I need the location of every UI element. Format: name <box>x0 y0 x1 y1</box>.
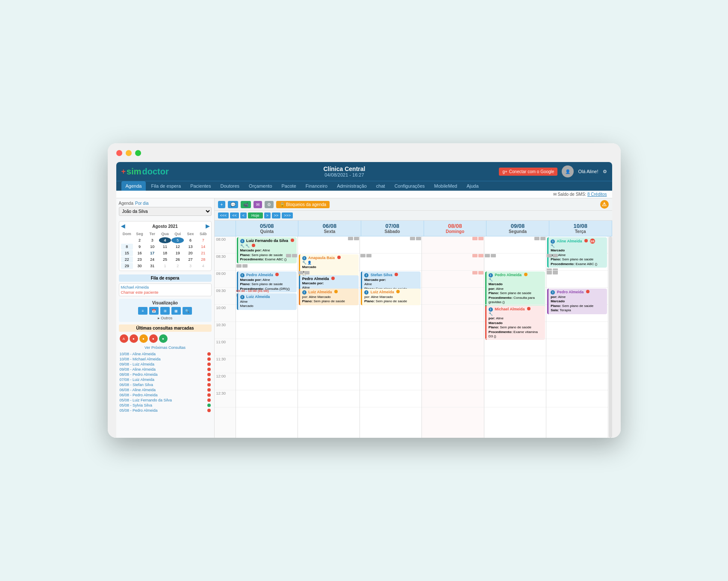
list-item[interactable]: 06/08 - Stefan Silva <box>119 382 212 387</box>
list-item[interactable]: 08/08 - Pedro Almeida <box>119 372 212 377</box>
google-connect-button[interactable]: g+ Conectar com o Google <box>499 168 557 176</box>
nav-item-doutores[interactable]: Doutores <box>216 181 244 191</box>
list-item[interactable]: 06/08 - Aline Almeida <box>119 387 212 392</box>
cal-day[interactable]: 3 <box>184 263 197 269</box>
cal-next[interactable]: ▶ <box>206 223 209 229</box>
doctor-select[interactable]: João da Silva <box>119 207 212 216</box>
espera-call-action[interactable]: Chamar este paciente <box>121 290 209 295</box>
chat-toolbar-btn[interactable]: 💬 <box>228 201 238 208</box>
ver-proximas-link[interactable]: Ver Próximas Consultas <box>119 345 212 350</box>
nav-item-orcamento[interactable]: Orçamento <box>245 181 276 191</box>
cal-day[interactable]: 29 <box>121 263 133 269</box>
list-item[interactable]: 09/08 - Luiz Almeida <box>119 362 212 367</box>
cal-day[interactable]: 31 <box>146 263 159 269</box>
nav-far-fwd[interactable]: >>> <box>282 212 293 218</box>
vis-search-icon[interactable]: 🔍 <box>183 307 192 315</box>
cal-day[interactable]: 25 <box>159 257 171 262</box>
cal-day-selected[interactable]: 5 <box>171 237 184 243</box>
dot-red[interactable] <box>116 150 122 156</box>
list-item[interactable]: 05/08 - Sylvia Silva <box>119 403 212 408</box>
cal-day[interactable]: 18 <box>159 250 171 256</box>
cal-day[interactable]: 30 <box>133 263 146 269</box>
cal-day[interactable]: 13 <box>184 244 197 250</box>
status-dot <box>207 373 211 376</box>
appointment-card[interactable]: i Luiz Almeida por: Aline Marcado Plano:… <box>299 289 359 305</box>
appointment-card[interactable]: i Luiz Almeida por: Aline Marcado Plano:… <box>361 289 421 305</box>
dot-yellow[interactable] <box>126 150 132 156</box>
vis-table-icon[interactable]: ▦ <box>171 307 181 315</box>
cal-day[interactable]: 20 <box>184 250 197 256</box>
cal-day[interactable]: 14 <box>197 244 209 250</box>
cal-day[interactable]: 4 <box>197 263 209 269</box>
vis-list-icon[interactable]: ≡ <box>138 307 147 315</box>
day-col-mon: i Pedro Almeida 🔧 Marcado por: A <box>484 236 546 438</box>
settings-toolbar-btn[interactable]: ⚙ <box>265 201 274 208</box>
nav-fwd-week[interactable]: >> <box>272 212 281 218</box>
cal-day[interactable]: 2 <box>133 237 146 243</box>
cal-day[interactable]: 27 <box>184 257 197 262</box>
list-item[interactable]: 10/08 - Aline Almeida <box>119 351 212 357</box>
nav-far-back[interactable]: <<< <box>218 212 229 218</box>
cal-day[interactable]: 23 <box>133 257 146 262</box>
nav-item-financeiro[interactable]: Financeiro <box>301 181 332 191</box>
scrollbar[interactable] <box>609 236 612 438</box>
cal-day[interactable]: 24 <box>146 257 159 262</box>
nav-back-day[interactable]: < <box>240 212 247 218</box>
cal-day[interactable]: 21 <box>197 250 209 256</box>
cal-day[interactable] <box>121 237 133 243</box>
info-indicator: i <box>489 307 493 312</box>
cal-day[interactable]: 10 <box>146 244 159 250</box>
cal-day[interactable]: 15 <box>121 250 133 256</box>
cal-day[interactable]: 26 <box>171 257 184 262</box>
video-btn[interactable]: 📹 <box>241 201 251 208</box>
list-item[interactable]: 05/08 - Luiz Fernando da Silva <box>119 398 212 403</box>
cal-day[interactable]: 2 <box>171 263 184 269</box>
nav-item-fila[interactable]: Fila de espera <box>147 181 185 191</box>
nav-today[interactable]: Hoje <box>248 212 263 218</box>
new-appt-btn[interactable]: + <box>218 201 226 208</box>
cal-day[interactable]: 9 <box>133 244 146 250</box>
list-item[interactable]: 10/08 - Michael Almeida <box>119 357 212 362</box>
list-item[interactable]: 09/08 - Aline Almeida <box>119 367 212 372</box>
settings-icon[interactable]: ⚙ <box>603 169 607 174</box>
espera-patient-name[interactable]: Michael Almeida <box>121 285 209 289</box>
cal-prev[interactable]: ◀ <box>121 223 125 229</box>
day-slot <box>298 305 360 322</box>
nav-back-week[interactable]: << <box>230 212 239 218</box>
nav-item-pacote[interactable]: Pacote <box>277 181 301 191</box>
nav-item-pacientes[interactable]: Pacientes <box>186 181 215 191</box>
vis-grid-icon[interactable]: ⊞ <box>160 307 170 315</box>
outros-btn[interactable]: ▸ Outros <box>121 316 210 320</box>
cal-day[interactable]: 16 <box>133 250 146 256</box>
cal-day[interactable]: 7 <box>197 237 209 243</box>
nav-item-ajuda[interactable]: Ajuda <box>462 181 483 191</box>
por-dia-link[interactable]: Por dia <box>135 201 149 206</box>
cal-day[interactable]: 22 <box>121 257 133 262</box>
cal-day[interactable]: 19 <box>171 250 184 256</box>
cal-day[interactable]: 28 <box>197 257 209 262</box>
list-item[interactable]: 05/08 - Pedro Almeida <box>119 408 212 413</box>
email-btn[interactable]: ✉ <box>253 201 262 208</box>
info-indicator: i <box>302 256 307 260</box>
cal-day[interactable]: 3 <box>146 237 159 243</box>
nav-item-chat[interactable]: chat <box>372 181 389 191</box>
cal-day[interactable]: 11 <box>159 244 171 250</box>
vis-cal-icon[interactable]: 📅 <box>149 307 159 315</box>
list-item[interactable]: 07/08 - Luiz Almeida <box>119 377 212 382</box>
nav-item-agenda[interactable]: Agenda <box>121 181 146 191</box>
sms-credits-link[interactable]: 8 Créditos <box>587 192 607 197</box>
cal-day[interactable]: 17 <box>146 250 159 256</box>
cal-day[interactable]: 12 <box>171 244 184 250</box>
nav-item-mobilemed[interactable]: MobileMed <box>430 181 462 191</box>
nav-item-configuracoes[interactable]: Configurações <box>390 181 429 191</box>
nav-item-administracao[interactable]: Administração <box>333 181 371 191</box>
cal-day[interactable]: 1 <box>159 263 171 269</box>
nav-fwd-day[interactable]: > <box>264 212 271 218</box>
cal-day[interactable]: 8 <box>121 244 133 250</box>
dot-green[interactable] <box>135 150 141 156</box>
bloqueios-btn[interactable]: 🔒 Bloqueios da agenda <box>276 201 330 208</box>
cal-day[interactable]: 6 <box>184 237 197 243</box>
cal-day-today[interactable]: 4 <box>159 237 171 243</box>
day-slot <box>422 339 483 356</box>
list-item[interactable]: 06/08 - Pedro Almeida <box>119 392 212 398</box>
